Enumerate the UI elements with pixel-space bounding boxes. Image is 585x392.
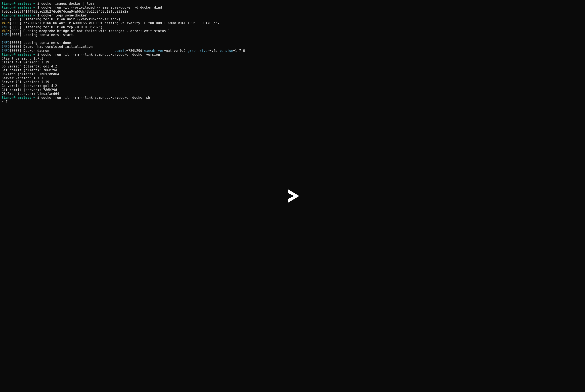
- log-message: Daemon has completed initialization: [24, 45, 93, 49]
- log-timestamp: [0000]: [10, 33, 22, 37]
- kv-val-commit: =786b29d: [126, 49, 144, 53]
- prompt-line-3: tianon@nameless ~ $ docker logs some-doc…: [2, 14, 583, 17]
- log-line-2: WARN[0000] /!\ DON'T BIND ON ANY IP ADDR…: [2, 21, 583, 25]
- log-level-info: INFO: [2, 45, 10, 49]
- log-timestamp: [0000]: [10, 49, 22, 53]
- log-timestamp: [0000]: [10, 29, 22, 33]
- log-message: Loading containers: start.: [24, 33, 75, 37]
- svg-marker-0: [288, 189, 299, 203]
- command-5: docker run -it --rm --link some-docker:d…: [41, 96, 150, 100]
- kv-key-graphdriver: graphdriver: [188, 49, 210, 53]
- kv-key-execdriver: execdriver: [144, 49, 164, 53]
- log-timestamp: [0000]: [10, 21, 22, 25]
- log-line-7: INFO[0000] Daemon has completed initiali…: [2, 45, 583, 49]
- log-message: Listening for HTTP on unix (/var/run/doc…: [24, 17, 121, 21]
- log-level-info: INFO: [2, 25, 10, 29]
- prompt-tilde: ~: [34, 6, 35, 10]
- log-message: /!\ DON'T BIND ON ANY IP ADDRESS WITHOUT…: [24, 21, 219, 25]
- log-line-1: INFO[0000] Listening for HTTP on unix (/…: [2, 17, 583, 21]
- log-timestamp: [0000]: [10, 25, 22, 29]
- prompt-line-1: tianon@nameless ~ $ docker images docker…: [2, 2, 583, 6]
- version-line: Git commit (client): 786b29d: [2, 68, 583, 72]
- version-line: Go version (server): go1.4.2: [2, 84, 583, 88]
- log-timestamp: [0000]: [10, 41, 22, 45]
- version-line: OS/Arch (client): linux/amd64: [2, 72, 583, 76]
- prompt-user: tianon@nameless: [2, 6, 31, 10]
- command-2: docker run -it --privileged --name some-…: [41, 6, 162, 10]
- log-line-6: INFO[0000] Loading containers: done.: [2, 41, 583, 45]
- kv-key-version: version: [219, 49, 233, 53]
- version-line: Go version (client): go1.4.2: [2, 64, 583, 68]
- prompt-tilde: ~: [34, 2, 35, 6]
- log-padding: [49, 49, 115, 53]
- log-level-warn: WARN: [2, 21, 10, 25]
- prompt-line-4: tianon@nameless ~ $ docker run -it --rm …: [2, 53, 583, 56]
- version-line: Client API version: 1.19: [2, 60, 583, 64]
- log-message: Listening for HTTP on tcp (0.0.0.0:2375): [24, 25, 103, 29]
- log-message: Loading containers: done.: [24, 41, 73, 45]
- prompt-user: tianon@nameless: [2, 2, 31, 6]
- kv-val-version: =1.7.0: [233, 49, 245, 53]
- play-icon: [285, 188, 300, 204]
- log-level-info: INFO: [2, 33, 10, 37]
- log-level-warn: WARN: [2, 29, 10, 33]
- prompt-tilde: ~: [34, 96, 35, 100]
- prompt-user: tianon@nameless: [2, 14, 31, 17]
- terminal[interactable]: tianon@nameless ~ $ docker images docker…: [2, 2, 583, 104]
- version-line: Client version: 1.7.1: [2, 56, 583, 60]
- log-level-info: INFO: [2, 17, 10, 21]
- version-line: Git commit (server): 786b29d: [2, 88, 583, 92]
- version-line: Server API version: 1.19: [2, 80, 583, 84]
- log-level-info: INFO: [2, 49, 10, 53]
- log-timestamp: [0000]: [10, 17, 22, 21]
- log-message: Running modprobe bridge nf_nat failed wi…: [24, 29, 170, 33]
- prompt-user: tianon@nameless: [2, 53, 31, 56]
- prompt-line-2: tianon@nameless ~ $ docker run -it --pri…: [2, 6, 583, 10]
- command-3: docker logs some-docker: [41, 14, 87, 17]
- log-timestamp: [0000]: [10, 45, 22, 49]
- output-container-id: fe95ad1a89f41f4f03cae53b27dcd674cea04a60…: [2, 10, 583, 14]
- command-4: docker run -it --rm --link some-docker:d…: [41, 53, 160, 56]
- log-line-4: WARN[0000] Running modprobe bridge nf_na…: [2, 29, 583, 33]
- shell-prompt: / #: [2, 100, 583, 104]
- log-line-3: INFO[0000] Listening for HTTP on tcp (0.…: [2, 25, 583, 29]
- blank-line: [2, 37, 583, 41]
- prompt-tilde: ~: [34, 53, 35, 56]
- prompt-tilde: ~: [34, 14, 35, 17]
- kv-val-graphdriver: =vfs: [209, 49, 219, 53]
- log-level-info: INFO: [2, 41, 10, 45]
- kv-key-commit: commit: [115, 49, 126, 53]
- version-line: Server version: 1.7.1: [2, 76, 583, 80]
- command-1: docker images docker | less: [41, 2, 95, 6]
- prompt-line-5: tianon@nameless ~ $ docker run -it --rm …: [2, 96, 583, 100]
- kv-val-execdriver: =native-0.2: [164, 49, 188, 53]
- log-line-5: INFO[0000] Loading containers: start.: [2, 33, 583, 37]
- log-line-8: INFO[0000] Docker daemon commit=786b29d …: [2, 49, 583, 53]
- play-button[interactable]: [285, 188, 300, 204]
- log-message: Docker daemon: [24, 49, 49, 53]
- version-line: OS/Arch (server): linux/amd64: [2, 92, 583, 96]
- prompt-user: tianon@nameless: [2, 96, 31, 100]
